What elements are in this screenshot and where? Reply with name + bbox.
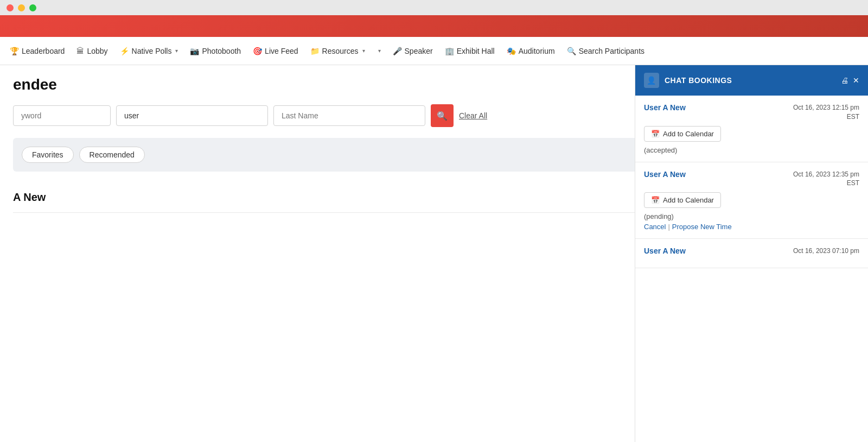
- chat-bookings-title-text: CHAT BOOKINGS: [665, 76, 732, 85]
- sidebar-item-label: Native Polls: [132, 47, 172, 55]
- sidebar-item-resources[interactable]: 📁 Resources ▾: [305, 43, 371, 59]
- tab-recommended[interactable]: Recomended: [79, 147, 145, 163]
- sidebar-item-live-feed[interactable]: 🎯 Live Feed: [247, 43, 303, 59]
- separator: |: [668, 223, 669, 231]
- keyword-input[interactable]: [13, 105, 111, 126]
- sidebar-item-lobby[interactable]: 🏛 Lobby: [71, 43, 113, 59]
- chat-bookings-panel: 👤 CHAT BOOKINGS 🖨 ✕ User A New Oct 16, 2…: [635, 65, 868, 442]
- booking-item-header: User A New Oct 16, 2023 12:15 pm EST: [644, 103, 859, 122]
- sidebar-item-label: Live Feed: [265, 47, 298, 55]
- sidebar-item-photobooth[interactable]: 📷 Photobooth: [184, 43, 246, 59]
- booking-datetime: Oct 16, 2023 12:35 pm EST: [793, 170, 859, 188]
- tab-favorites[interactable]: Favorites: [22, 147, 74, 163]
- search-participants-icon: 🔍: [567, 47, 576, 55]
- chat-bookings-title: 👤 CHAT BOOKINGS: [644, 73, 732, 88]
- lobby-icon: 🏛: [76, 47, 84, 55]
- search-icon: 🔍: [437, 111, 448, 121]
- booking-item-header: User A New Oct 16, 2023 12:35 pm EST: [644, 170, 859, 188]
- sidebar-item-label: Photobooth: [202, 47, 241, 55]
- chevron-down-icon: ▾: [175, 48, 178, 54]
- sidebar-item-label: Speaker: [405, 47, 433, 55]
- more-icon: ▾: [378, 48, 381, 54]
- sidebar-item-native-polls[interactable]: ⚡ Native Polls ▾: [114, 43, 184, 59]
- minimize-button[interactable]: [18, 4, 25, 11]
- top-banner: [0, 15, 868, 37]
- sidebar-item-label: Leaderboard: [22, 47, 65, 55]
- cancel-link[interactable]: Cancel: [644, 223, 666, 231]
- booking-item: User A New Oct 16, 2023 12:15 pm EST 📅 A…: [635, 96, 868, 162]
- chat-bookings-actions: 🖨 ✕: [841, 76, 859, 85]
- add-to-calendar-button[interactable]: 📅 Add to Calendar: [644, 192, 721, 208]
- booking-user-name[interactable]: User A New: [644, 170, 686, 179]
- chevron-down-icon: ▾: [362, 48, 365, 54]
- sidebar-item-search-participants[interactable]: 🔍 Search Participants: [561, 43, 650, 59]
- main-content: endee 🔍 Clear All Favorites Recomended A…: [0, 65, 868, 442]
- calendar-icon: 📅: [651, 130, 660, 138]
- sidebar-item-more[interactable]: ▾: [372, 45, 386, 57]
- close-button[interactable]: [7, 4, 14, 11]
- speaker-icon: 🎤: [393, 47, 402, 55]
- lastname-input[interactable]: [273, 105, 425, 126]
- chat-bookings-header: 👤 CHAT BOOKINGS 🖨 ✕: [635, 65, 868, 96]
- clear-all-button[interactable]: Clear All: [459, 111, 487, 120]
- booking-item: User A New Oct 16, 2023 12:35 pm EST 📅 A…: [635, 162, 868, 239]
- navbar: 🏆 Leaderboard 🏛 Lobby ⚡ Native Polls ▾ 📷…: [0, 37, 868, 65]
- exhibit-hall-icon: 🏢: [445, 47, 454, 55]
- booking-actions: Cancel | Propose New Time: [644, 223, 859, 231]
- print-button[interactable]: 🖨: [841, 76, 848, 85]
- propose-new-time-link[interactable]: Propose New Time: [672, 223, 732, 231]
- resources-icon: 📁: [310, 47, 320, 55]
- sidebar-item-auditorium[interactable]: 🎭 Auditorium: [501, 43, 560, 59]
- sidebar-item-label: Resources: [322, 47, 359, 55]
- booking-status: (pending): [644, 212, 859, 220]
- search-button[interactable]: 🔍: [431, 104, 454, 127]
- booking-list: User A New Oct 16, 2023 12:15 pm EST 📅 A…: [635, 96, 868, 442]
- sidebar-item-label: Exhibit Hall: [457, 47, 495, 55]
- booking-datetime: Oct 16, 2023 07:10 pm: [793, 247, 859, 256]
- booking-item-header: User A New Oct 16, 2023 07:10 pm: [644, 247, 859, 256]
- person-icon: 👤: [647, 76, 656, 85]
- add-to-calendar-button[interactable]: 📅 Add to Calendar: [644, 126, 721, 142]
- sidebar-item-label: Lobby: [87, 47, 107, 55]
- chat-bookings-icon: 👤: [644, 73, 659, 88]
- native-polls-icon: ⚡: [120, 47, 129, 55]
- sidebar-item-label: Auditorium: [519, 47, 555, 55]
- leaderboard-icon: 🏆: [10, 47, 19, 55]
- photobooth-icon: 📷: [190, 47, 199, 55]
- maximize-button[interactable]: [29, 4, 36, 11]
- sidebar-item-exhibit-hall[interactable]: 🏢 Exhibit Hall: [439, 43, 500, 59]
- sidebar-item-speaker[interactable]: 🎤 Speaker: [387, 43, 438, 59]
- live-feed-icon: 🎯: [253, 47, 262, 55]
- booking-status: (accepted): [644, 146, 859, 154]
- booking-user-name[interactable]: User A New: [644, 247, 686, 255]
- booking-user-name[interactable]: User A New: [644, 103, 686, 112]
- user-input[interactable]: [116, 105, 268, 126]
- sidebar-item-leaderboard[interactable]: 🏆 Leaderboard: [4, 43, 70, 59]
- calendar-icon: 📅: [651, 196, 660, 204]
- close-button-panel[interactable]: ✕: [853, 76, 859, 85]
- titlebar: [0, 0, 868, 15]
- booking-item: User A New Oct 16, 2023 07:10 pm: [635, 239, 868, 268]
- sidebar-item-label: Search Participants: [579, 47, 644, 55]
- auditorium-icon: 🎭: [507, 47, 516, 55]
- booking-datetime: Oct 16, 2023 12:15 pm EST: [793, 103, 859, 122]
